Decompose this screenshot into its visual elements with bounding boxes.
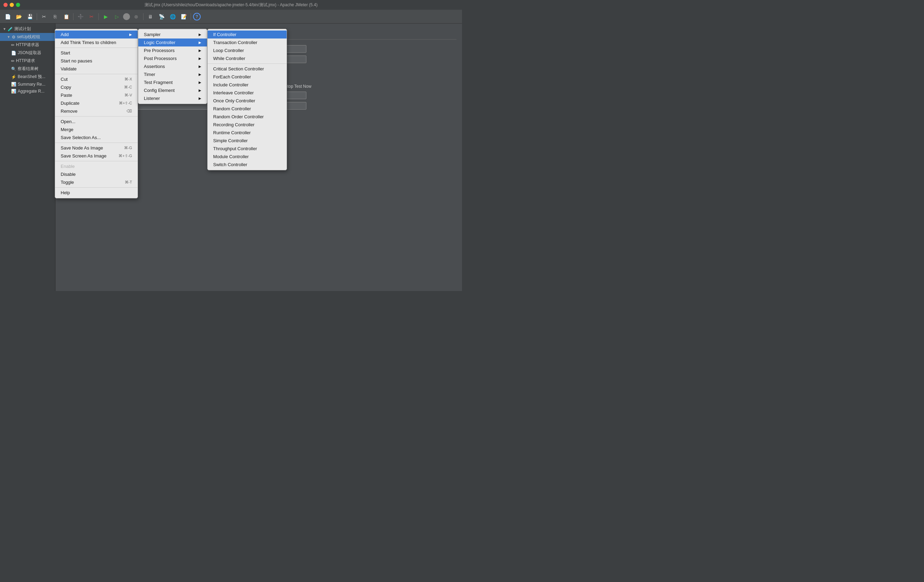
sampler-label: Sampler bbox=[144, 32, 193, 37]
add-submenu-logic-controller[interactable]: Logic Controller ▶ bbox=[138, 38, 207, 46]
while-controller-label: While Controller bbox=[213, 56, 281, 61]
cut-shortcut: ⌘-X bbox=[124, 77, 132, 81]
context-menu-item-start[interactable]: Start bbox=[55, 49, 138, 57]
logic-simple-controller[interactable]: Simple Controller bbox=[208, 137, 287, 145]
context-menu-item-remove[interactable]: Remove ⌫ bbox=[55, 107, 138, 115]
context-menu-item-save-node-image[interactable]: Save Node As Image ⌘-G bbox=[55, 144, 138, 152]
config-element-label: Config Element bbox=[144, 88, 193, 93]
add-submenu-timer[interactable]: Timer ▶ bbox=[138, 70, 207, 78]
context-menu-item-disable[interactable]: Disable bbox=[55, 170, 138, 178]
logic-critical-section[interactable]: Critical Section Controller bbox=[208, 65, 287, 73]
separator bbox=[55, 116, 138, 117]
pre-arrow: ▶ bbox=[199, 48, 201, 52]
remove-shortcut: ⌫ bbox=[127, 109, 132, 113]
start-label: Start bbox=[61, 50, 132, 56]
separator bbox=[55, 187, 138, 188]
module-controller-label: Module Controller bbox=[213, 154, 281, 159]
logic-loop-controller[interactable]: Loop Controller bbox=[208, 46, 287, 55]
logic-throughput-controller[interactable]: Throughput Controller bbox=[208, 145, 287, 153]
open-label: Open... bbox=[61, 119, 132, 124]
test-fragment-label: Test Fragment bbox=[144, 80, 193, 85]
config-arrow: ▶ bbox=[199, 88, 201, 92]
menu-overlay[interactable]: Add ▶ Add Think Times to children Start … bbox=[0, 0, 462, 291]
random-controller-label: Random Controller bbox=[213, 106, 281, 111]
context-menu-item-save-screen-image[interactable]: Save Screen As Image ⌘+⇧-G bbox=[55, 152, 138, 160]
context-menu-item-copy[interactable]: Copy ⌘-C bbox=[55, 83, 138, 91]
add-submenu-sampler[interactable]: Sampler ▶ bbox=[138, 31, 207, 38]
save-screen-label: Save Screen As Image bbox=[61, 153, 107, 159]
add-submenu-post-processors[interactable]: Post Processors ▶ bbox=[138, 55, 207, 63]
add-label: Add bbox=[61, 32, 124, 37]
context-menu-item-merge[interactable]: Merge bbox=[55, 126, 138, 134]
transaction-controller-label: Transaction Controller bbox=[213, 40, 281, 45]
paste-label: Paste bbox=[61, 93, 113, 98]
paste-shortcut: ⌘-V bbox=[124, 93, 132, 98]
logic-foreach-controller[interactable]: ForEach Controller bbox=[208, 73, 287, 81]
context-menu-item-think-times[interactable]: Add Think Times to children bbox=[55, 38, 138, 46]
remove-label: Remove bbox=[61, 109, 116, 114]
context-menu-item-enable: Enable bbox=[55, 162, 138, 170]
merge-label: Merge bbox=[61, 127, 132, 132]
recording-controller-label: Recording Controller bbox=[213, 122, 281, 127]
context-menu-item-start-no-pauses[interactable]: Start no pauses bbox=[55, 57, 138, 65]
sampler-arrow: ▶ bbox=[199, 33, 201, 36]
logic-arrow: ▶ bbox=[199, 41, 201, 45]
runtime-controller-label: Runtime Controller bbox=[213, 130, 281, 135]
think-times-label: Add Think Times to children bbox=[61, 40, 132, 45]
add-submenu-listener[interactable]: Listener ▶ bbox=[138, 94, 207, 103]
logic-controller-submenu: If Controller Transaction Controller Loo… bbox=[207, 29, 287, 170]
pre-processors-label: Pre Processors bbox=[144, 48, 193, 53]
logic-once-only-controller[interactable]: Once Only Controller bbox=[208, 97, 287, 105]
separator bbox=[55, 142, 138, 143]
switch-controller-label: Switch Controller bbox=[213, 162, 281, 167]
context-menu: Add ▶ Add Think Times to children Start … bbox=[55, 29, 138, 198]
add-submenu-pre-processors[interactable]: Pre Processors ▶ bbox=[138, 46, 207, 55]
validate-label: Validate bbox=[61, 66, 132, 71]
context-menu-item-open[interactable]: Open... bbox=[55, 117, 138, 126]
random-order-controller-label: Random Order Controller bbox=[213, 114, 281, 119]
save-selection-label: Save Selection As... bbox=[61, 135, 132, 140]
arrow-icon: ▶ bbox=[129, 33, 132, 36]
separator bbox=[55, 74, 138, 74]
logic-while-controller[interactable]: While Controller bbox=[208, 55, 287, 63]
assertions-arrow: ▶ bbox=[199, 64, 201, 68]
logic-if-controller[interactable]: If Controller bbox=[208, 31, 287, 38]
add-submenu-config-element[interactable]: Config Element ▶ bbox=[138, 86, 207, 94]
context-menu-item-validate[interactable]: Validate bbox=[55, 65, 138, 73]
logic-switch-controller[interactable]: Switch Controller bbox=[208, 160, 287, 169]
logic-random-order-controller[interactable]: Random Order Controller bbox=[208, 113, 287, 121]
duplicate-label: Duplicate bbox=[61, 101, 108, 106]
logic-module-controller[interactable]: Module Controller bbox=[208, 153, 287, 160]
context-menu-item-save-selection[interactable]: Save Selection As... bbox=[55, 134, 138, 142]
logic-runtime-controller[interactable]: Runtime Controller bbox=[208, 129, 287, 137]
logic-random-controller[interactable]: Random Controller bbox=[208, 105, 287, 113]
copy-shortcut: ⌘-C bbox=[124, 85, 132, 89]
duplicate-shortcut: ⌘+⇧-C bbox=[119, 101, 132, 106]
separator bbox=[55, 161, 138, 161]
post-processors-label: Post Processors bbox=[144, 56, 193, 61]
logic-interleave-controller[interactable]: Interleave Controller bbox=[208, 89, 287, 97]
assertions-label: Assertions bbox=[144, 64, 193, 69]
context-menu-item-toggle[interactable]: Toggle ⌘-T bbox=[55, 178, 138, 186]
add-submenu: Sampler ▶ Logic Controller ▶ Pre Process… bbox=[138, 29, 207, 104]
save-screen-shortcut: ⌘+⇧-G bbox=[119, 154, 132, 158]
context-menu-item-paste[interactable]: Paste ⌘-V bbox=[55, 91, 138, 99]
start-no-pauses-label: Start no pauses bbox=[61, 58, 132, 63]
copy-label: Copy bbox=[61, 84, 113, 90]
logic-transaction-controller[interactable]: Transaction Controller bbox=[208, 38, 287, 46]
listener-arrow: ▶ bbox=[199, 96, 201, 100]
context-menu-item-duplicate[interactable]: Duplicate ⌘+⇧-C bbox=[55, 99, 138, 107]
loop-controller-label: Loop Controller bbox=[213, 48, 281, 53]
logic-include-controller[interactable]: Include Controller bbox=[208, 81, 287, 89]
critical-section-label: Critical Section Controller bbox=[213, 66, 281, 71]
context-menu-item-help[interactable]: Help bbox=[55, 188, 138, 197]
context-menu-item-cut[interactable]: Cut ⌘-X bbox=[55, 75, 138, 83]
context-menu-item-add[interactable]: Add ▶ bbox=[55, 31, 138, 38]
add-submenu-test-fragment[interactable]: Test Fragment ▶ bbox=[138, 78, 207, 86]
separator bbox=[55, 48, 138, 48]
if-controller-label: If Controller bbox=[213, 32, 281, 37]
enable-label: Enable bbox=[61, 164, 132, 169]
toggle-shortcut: ⌘-T bbox=[125, 180, 132, 185]
add-submenu-assertions[interactable]: Assertions ▶ bbox=[138, 63, 207, 70]
logic-recording-controller[interactable]: Recording Controller bbox=[208, 121, 287, 129]
